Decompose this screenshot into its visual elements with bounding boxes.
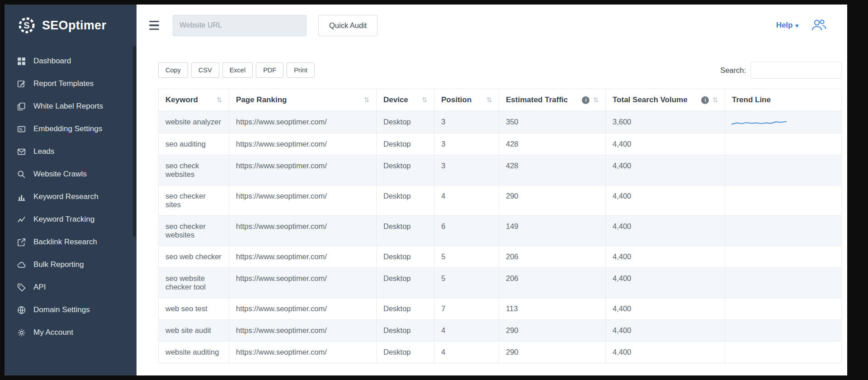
sort-icon: ⇅ (421, 96, 427, 104)
globe-icon (17, 306, 26, 314)
copy-button[interactable]: Copy (158, 62, 188, 78)
volume-cell: 4,400 (606, 342, 725, 363)
sidebar-item-report-templates[interactable]: Report Templates (5, 72, 137, 95)
sidebar-item-label: Domain Settings (33, 305, 90, 314)
sidebar-item-label: Dashboard (33, 57, 71, 66)
keyword-table: Keyword⇅ Page Ranking⇅ Device⇅ Position⇅… (158, 89, 842, 363)
column-header-position[interactable]: Position⇅ (434, 89, 499, 111)
sidebar-item-keyword-tracking[interactable]: Keyword Tracking (5, 208, 137, 231)
svg-text:S: S (24, 20, 29, 30)
sidebar-item-label: Embedding Settings (33, 124, 102, 133)
users-icon[interactable] (810, 18, 827, 33)
volume-cell: 4,400 (606, 246, 725, 268)
column-header-page-ranking[interactable]: Page Ranking⇅ (229, 89, 377, 111)
csv-button[interactable]: CSV (191, 62, 219, 78)
help-dropdown[interactable]: Help ▾ (776, 21, 798, 30)
website-url-input[interactable] (173, 15, 307, 36)
column-header-keyword[interactable]: Keyword⇅ (159, 89, 229, 111)
column-label: Estimated Traffic (506, 95, 568, 104)
device-cell: Desktop (377, 185, 434, 216)
position-cell: 6 (434, 216, 499, 246)
keyword-cell: seo check websites (159, 155, 229, 185)
excel-button[interactable]: Excel (222, 62, 253, 78)
trend-line-cell (725, 342, 842, 363)
table-row: seo auditing https://www.seoptimer.com/ … (159, 133, 842, 155)
keyword-cell: website analyzer (159, 111, 229, 133)
column-label: Trend Line (732, 95, 771, 104)
position-cell: 4 (434, 185, 499, 216)
column-header-estimated-traffic[interactable]: Estimated Traffici⇅ (499, 89, 606, 111)
keyword-cell: website auditing (159, 342, 229, 363)
page-ranking-cell: https://www.seoptimer.com/ (229, 246, 377, 268)
sidebar-item-website-crawls[interactable]: Website Crawls (5, 163, 137, 185)
traffic-cell: 206 (499, 268, 606, 298)
page-ranking-cell: https://www.seoptimer.com/ (229, 111, 377, 133)
keyword-cell: seo web checker (159, 246, 229, 268)
position-cell: 3 (434, 133, 499, 155)
sidebar-item-dashboard[interactable]: Dashboard (5, 50, 137, 72)
traffic-cell: 149 (499, 216, 606, 246)
line-chart-icon (17, 215, 26, 224)
page-ranking-cell: https://www.seoptimer.com/ (229, 320, 377, 342)
position-cell: 4 (434, 320, 499, 342)
device-cell: Desktop (377, 268, 434, 298)
sidebar-scrollbar-thumb[interactable] (133, 46, 136, 237)
column-header-device[interactable]: Device⇅ (377, 89, 434, 111)
app-window: S SEOptimer Dashboard Report Templates W… (5, 5, 847, 375)
keyword-cell: web site audit (159, 320, 229, 342)
chevron-down-icon: ▾ (795, 22, 798, 29)
trend-line-cell (725, 268, 842, 298)
sidebar-item-bulk-reporting[interactable]: Bulk Reporting (5, 253, 137, 276)
table-row: website auditing https://www.seoptimer.c… (159, 342, 842, 363)
device-cell: Desktop (377, 298, 434, 320)
traffic-cell: 428 (499, 133, 606, 155)
info-icon[interactable]: i (701, 96, 709, 104)
print-button[interactable]: Print (287, 62, 315, 78)
pdf-button[interactable]: PDF (256, 62, 283, 78)
sidebar-item-my-account[interactable]: My Account (5, 321, 137, 344)
column-header-trend-line: Trend Line (725, 89, 842, 111)
search-label: Search: (720, 66, 746, 75)
main-area: Quick Audit Help ▾ (137, 5, 847, 375)
sidebar-item-white-label-reports[interactable]: White Label Reports (5, 95, 137, 118)
trend-line-cell (725, 133, 842, 155)
sidebar-item-backlink-research[interactable]: Backlink Research (5, 231, 137, 253)
sidebar-scrollbar[interactable] (132, 46, 137, 375)
screenshot-frame: S SEOptimer Dashboard Report Templates W… (0, 0, 868, 380)
page-ranking-cell: https://www.seoptimer.com/ (229, 133, 377, 155)
table-row: seo website checker tool https://www.seo… (159, 268, 842, 298)
page-ranking-cell: https://www.seoptimer.com/ (229, 342, 377, 363)
sidebar-item-label: API (33, 283, 46, 292)
keyword-cell: seo checker websites (159, 216, 229, 246)
table-row: seo check websites https://www.seoptimer… (159, 155, 842, 185)
sidebar-item-domain-settings[interactable]: Domain Settings (5, 299, 137, 321)
tag-icon (17, 283, 26, 292)
column-label: Position (441, 95, 472, 104)
column-header-total-search-volume[interactable]: Total Search Volumei⇅ (606, 89, 725, 111)
cloud-icon (17, 261, 26, 269)
sidebar-item-keyword-research[interactable]: Keyword Research (5, 185, 137, 208)
sidebar-item-leads[interactable]: Leads (5, 140, 137, 163)
sidebar-item-label: Website Crawls (33, 170, 87, 179)
table-row: seo checker websites https://www.seoptim… (159, 216, 842, 246)
volume-cell: 4,400 (606, 320, 725, 342)
sort-icon: ⇅ (363, 96, 369, 104)
hamburger-menu-icon[interactable] (147, 19, 161, 32)
trend-line-cell (725, 185, 842, 216)
device-cell: Desktop (377, 155, 434, 185)
sort-icon: ⇅ (593, 96, 599, 104)
sidebar-item-api[interactable]: API (5, 276, 137, 299)
search-input[interactable] (750, 62, 842, 79)
position-cell: 5 (434, 268, 499, 298)
page-ranking-cell: https://www.seoptimer.com/ (229, 216, 377, 246)
volume-cell: 4,400 (606, 268, 725, 298)
sidebar-item-embedding-settings[interactable]: Embedding Settings (5, 118, 137, 140)
quick-audit-button[interactable]: Quick Audit (318, 15, 377, 36)
search-area: Search: (720, 62, 842, 79)
position-cell: 4 (434, 342, 499, 363)
info-icon[interactable]: i (582, 96, 590, 104)
logo[interactable]: S SEOptimer (5, 5, 137, 46)
position-cell: 7 (434, 298, 499, 320)
table-row: seo checker sites https://www.seoptimer.… (159, 185, 842, 216)
page-ranking-cell: https://www.seoptimer.com/ (229, 268, 377, 298)
